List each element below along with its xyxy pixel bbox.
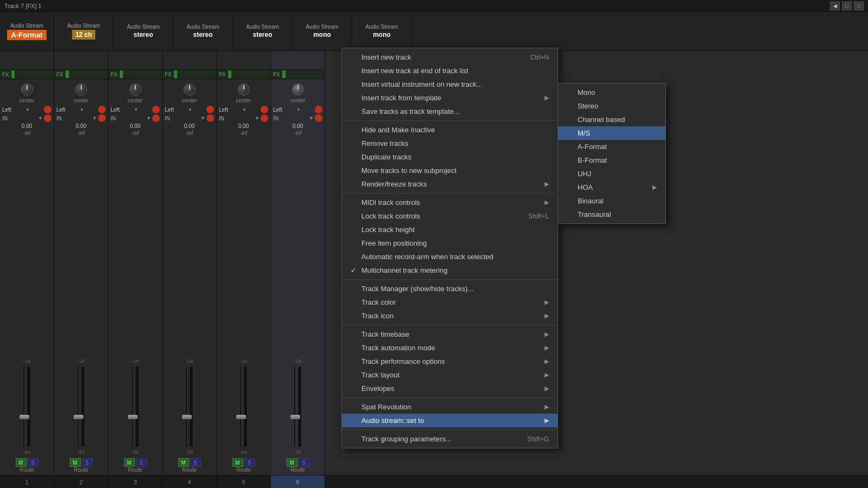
menu-track-icon[interactable]: Track icon ▶ xyxy=(342,309,558,323)
io-rec-5[interactable] xyxy=(261,114,268,122)
fx-bar-6[interactable]: FX xyxy=(271,69,325,79)
submenu-b-format[interactable]: B-Format xyxy=(558,153,665,167)
menu-track-grouping-params[interactable]: Track grouping parameters... Shift+G xyxy=(342,432,558,446)
fader-track-5[interactable] xyxy=(239,366,242,447)
routing-btn-2[interactable] xyxy=(98,106,106,113)
mute-btn-6[interactable]: M xyxy=(287,458,297,467)
menu-insert-at-end[interactable]: Insert new track at end of track list xyxy=(342,64,558,78)
track-header-4[interactable]: Audio Stream stereo xyxy=(173,12,233,50)
nav-maximize-btn[interactable]: □ xyxy=(854,2,864,10)
fader-handle-5[interactable] xyxy=(236,415,246,419)
channel-number-3[interactable]: 3 xyxy=(108,476,163,488)
menu-render-freeze[interactable]: Render/freeze tracks ▶ xyxy=(342,177,558,191)
channel-number-2[interactable]: 2 xyxy=(54,476,108,488)
pan-knob-4[interactable] xyxy=(184,84,196,95)
submenu-uhj[interactable]: UHJ xyxy=(558,167,665,181)
routing-btn-3[interactable] xyxy=(152,106,160,113)
fx-bar-3[interactable]: FX xyxy=(108,69,162,79)
io-rec-4[interactable] xyxy=(206,114,214,122)
fader-track-3[interactable] xyxy=(131,366,133,447)
fader-handle-4[interactable] xyxy=(182,415,192,419)
pan-knob-2[interactable] xyxy=(75,84,87,95)
solo-btn-2[interactable]: S xyxy=(82,458,93,467)
io-rec-6[interactable] xyxy=(315,114,322,122)
menu-track-manager[interactable]: Track Manager (show/hide tracks)... xyxy=(342,282,558,296)
menu-track-automation-mode[interactable]: Track automation mode ▶ xyxy=(342,341,558,355)
io-rec-2[interactable] xyxy=(98,114,106,122)
fx-bar-2[interactable]: FX xyxy=(54,69,108,79)
track-header-1[interactable]: Audio Stream A-Format xyxy=(0,12,54,50)
menu-insert-vsti[interactable]: Insert virtual instrument on new track..… xyxy=(342,78,558,91)
mute-btn-1[interactable]: M xyxy=(16,458,27,467)
submenu-ms[interactable]: M/S xyxy=(558,126,665,140)
pan-knob-3[interactable] xyxy=(129,84,141,95)
nav-window-btns[interactable]: □ xyxy=(842,2,852,10)
solo-btn-1[interactable]: S xyxy=(28,458,38,467)
channel-number-1[interactable]: 1 xyxy=(0,476,54,488)
menu-envelopes[interactable]: Envelopes ▶ xyxy=(342,382,558,395)
solo-btn-6[interactable]: S xyxy=(299,458,309,467)
channel-number-6[interactable]: 6 xyxy=(271,476,325,488)
menu-multichannel-metering[interactable]: ✓ Multichannel track metering xyxy=(342,264,558,277)
track-header-7[interactable]: Audio Stream mono xyxy=(352,12,412,50)
fader-handle-3[interactable] xyxy=(128,415,138,419)
menu-track-color[interactable]: Track color ▶ xyxy=(342,296,558,309)
routing-btn-1[interactable] xyxy=(44,106,51,113)
track-header-6[interactable]: Audio Stream mono xyxy=(293,12,352,50)
menu-track-layout[interactable]: Track layout ▶ xyxy=(342,368,558,382)
submenu-mono[interactable]: Mono xyxy=(558,86,665,99)
channel-number-5[interactable]: 5 xyxy=(217,476,271,488)
routing-btn-5[interactable] xyxy=(261,106,268,113)
menu-move-tracks-subproject[interactable]: Move tracks to new subproject xyxy=(342,164,558,177)
io-rec-3[interactable] xyxy=(152,114,160,122)
fader-handle-6[interactable] xyxy=(290,415,300,419)
menu-spat-revolution[interactable]: Spat Revolution ▶ xyxy=(342,400,558,414)
pan-knob-6[interactable] xyxy=(292,84,304,95)
routing-btn-6[interactable] xyxy=(315,106,322,113)
solo-btn-3[interactable]: S xyxy=(136,458,147,467)
menu-free-item-positioning[interactable]: Free item positioning xyxy=(342,236,558,250)
track-header-3[interactable]: Audio Stream stereo xyxy=(114,12,173,50)
mute-btn-4[interactable]: M xyxy=(178,458,189,467)
routing-btn-4[interactable] xyxy=(206,106,214,113)
menu-audio-stream-set-to[interactable]: Audio stream::set to ▶ Mono Stereo Chann… xyxy=(342,414,558,427)
menu-lock-controls[interactable]: Lock track controls Shift+L xyxy=(342,209,558,223)
submenu-binaural[interactable]: Binaural xyxy=(558,194,665,208)
menu-track-performance-options[interactable]: Track performance options ▶ xyxy=(342,355,558,368)
fader-handle-1[interactable] xyxy=(20,415,29,419)
menu-midi-controls[interactable]: MIDI track controls ▶ xyxy=(342,196,558,209)
pan-knob-5[interactable] xyxy=(238,84,250,95)
menu-insert-from-template[interactable]: Insert track from template ▶ xyxy=(342,91,558,105)
submenu-a-format[interactable]: A-Format xyxy=(558,140,665,153)
nav-prev-btn[interactable]: ◀ xyxy=(830,2,840,10)
fader-track-2[interactable] xyxy=(77,366,79,447)
fader-handle-2[interactable] xyxy=(74,415,83,419)
pan-knob-1[interactable] xyxy=(21,84,33,95)
menu-auto-record-arm[interactable]: Automatic record-arm when track selected xyxy=(342,250,558,264)
menu-lock-height[interactable]: Lock track height xyxy=(342,223,558,236)
submenu-transaural[interactable]: Transaural xyxy=(558,208,665,221)
fader-track-1[interactable] xyxy=(23,366,25,447)
fader-track-6[interactable] xyxy=(294,366,296,447)
fx-bar-1[interactable]: FX xyxy=(0,69,54,79)
mute-btn-2[interactable]: M xyxy=(70,458,81,467)
track-header-2[interactable]: Audio Stream 12 ch xyxy=(54,12,114,50)
submenu-hoa[interactable]: HOA ▶ xyxy=(558,181,665,194)
menu-save-template[interactable]: Save tracks as track template... xyxy=(342,105,558,118)
menu-remove-tracks[interactable]: Remove tracks xyxy=(342,137,558,150)
channel-number-4[interactable]: 4 xyxy=(163,476,217,488)
fx-bar-4[interactable]: FX xyxy=(163,69,216,79)
menu-duplicate-tracks[interactable]: Duplicate tracks xyxy=(342,150,558,164)
menu-track-timebase[interactable]: Track timebase ▶ xyxy=(342,328,558,341)
submenu-channel-based[interactable]: Channel based xyxy=(558,113,665,126)
fader-track-4[interactable] xyxy=(185,366,187,447)
submenu-stereo[interactable]: Stereo xyxy=(558,99,665,113)
solo-btn-4[interactable]: S xyxy=(190,458,201,467)
mute-btn-5[interactable]: M xyxy=(232,458,243,467)
track-header-5[interactable]: Audio Stream stereo xyxy=(233,12,293,50)
solo-btn-5[interactable]: S xyxy=(244,458,255,467)
menu-insert-new-track[interactable]: Insert new track Ctrl+N xyxy=(342,50,558,64)
mute-btn-3[interactable]: M xyxy=(124,458,135,467)
menu-hide-inactive[interactable]: Hide and Make Inactive xyxy=(342,123,558,137)
io-rec-1[interactable] xyxy=(44,114,51,122)
